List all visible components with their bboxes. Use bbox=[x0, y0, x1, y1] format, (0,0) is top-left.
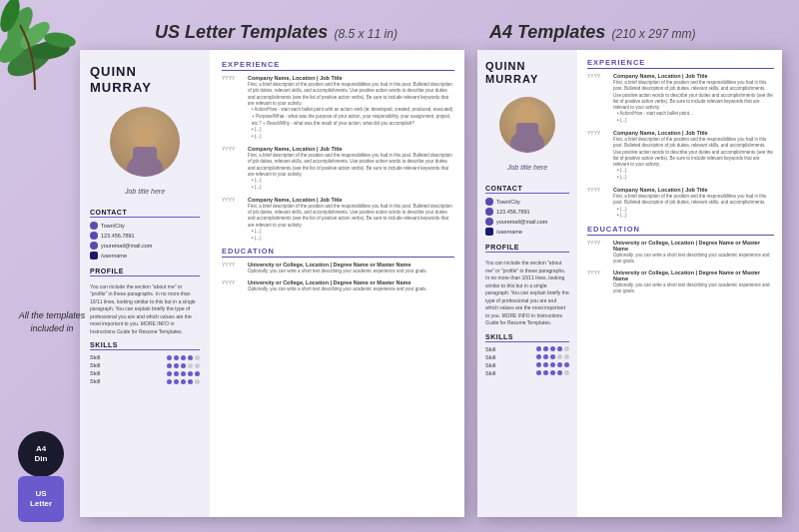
profile-section-title-left: PROFILE bbox=[90, 267, 200, 276]
contact-section-title-left: CONTACT bbox=[90, 209, 200, 218]
svg-rect-12 bbox=[516, 123, 538, 144]
contact-city-text-right: Town/City bbox=[496, 199, 520, 205]
skills-section-title-left: SKILLS bbox=[90, 341, 200, 350]
svg-point-7 bbox=[133, 125, 157, 149]
exp-entry-r2: YYYY Company Name, Location | Job Title … bbox=[587, 130, 774, 182]
experience-header-right: EXPERIENCE bbox=[587, 58, 774, 69]
contact-linkedin-text-left: /username bbox=[101, 253, 127, 259]
exp-entry-3: YYYY Company Name, Location | Job Title … bbox=[222, 197, 454, 243]
linkedin-icon-right bbox=[485, 228, 493, 236]
skill-row-r2: Skill bbox=[485, 354, 569, 360]
all-templates-label: All the templates included in bbox=[12, 309, 92, 334]
us-title: US Letter Templates (8.5 x 11 in) bbox=[155, 18, 398, 44]
contact-phone-text-left: 123.456.7891 bbox=[101, 233, 135, 239]
education-header-left: EDUCATION bbox=[222, 247, 454, 258]
contact-email-left: youremail@mail.com bbox=[90, 242, 200, 250]
main-content-right: EXPERIENCE YYYY Company Name, Location |… bbox=[577, 50, 782, 517]
contact-city-text-left: Town/City bbox=[101, 223, 125, 229]
exp-entry-r1: YYYY Company Name, Location | Job Title … bbox=[587, 73, 774, 125]
a4-title: A4 Templates (210 x 297 mm) bbox=[489, 18, 696, 44]
avatar-left bbox=[110, 107, 180, 177]
contact-section-title-right: CONTACT bbox=[485, 185, 569, 194]
location-icon-right bbox=[485, 198, 493, 206]
name-block-left: QUINN MURRAY bbox=[90, 64, 200, 95]
skills-section-title-right: SKILLS bbox=[485, 333, 569, 342]
email-icon-left bbox=[90, 242, 98, 250]
first-name-left: QUINN bbox=[90, 64, 200, 80]
avatar-right bbox=[499, 97, 555, 153]
education-header-right: EDUCATION bbox=[587, 225, 774, 236]
us-badge: USLetter bbox=[18, 476, 64, 522]
name-block-right: QUINN MURRAY bbox=[485, 60, 569, 85]
exp-entry-1: YYYY Company Name, Location | Job Title … bbox=[222, 75, 454, 141]
contact-city-left: Town/City bbox=[90, 222, 200, 230]
experience-header-left: EXPERIENCE bbox=[222, 60, 454, 71]
a4-badge: A4Din bbox=[18, 431, 64, 477]
location-icon-left bbox=[90, 222, 98, 230]
skill-row-r3: Skill bbox=[485, 362, 569, 368]
skill-row-3: Skill bbox=[90, 370, 200, 376]
exp-entry-r3: YYYY Company Name, Location | Job Title … bbox=[587, 187, 774, 220]
linkedin-icon-left bbox=[90, 252, 98, 260]
contact-phone-right: 123.456.7891 bbox=[485, 208, 569, 216]
phone-icon-left bbox=[90, 232, 98, 240]
edu-entry-r1: YYYY University or College, Location | D… bbox=[587, 240, 774, 266]
profile-section-title-right: PROFILE bbox=[485, 244, 569, 253]
edu-entry-2: YYYY University or College, Location | D… bbox=[222, 279, 454, 292]
profile-text-left: You can include the section "about me" o… bbox=[90, 283, 200, 336]
exp-entry-2: YYYY Company Name, Location | Job Title … bbox=[222, 146, 454, 192]
job-title-sidebar-left: Job title here bbox=[90, 188, 200, 195]
edu-entry-r2: YYYY University or College, Location | D… bbox=[587, 269, 774, 295]
skill-row-r1: Skill bbox=[485, 346, 569, 352]
skill-row-2: Skill bbox=[90, 362, 200, 368]
job-title-sidebar-right: Job title here bbox=[485, 164, 569, 171]
phone-icon-right bbox=[485, 208, 493, 216]
first-name-right: QUINN bbox=[485, 60, 569, 73]
contact-linkedin-text-right: /username bbox=[496, 229, 522, 235]
skill-row-4: Skill bbox=[90, 378, 200, 384]
a4-badge-text: A4Din bbox=[35, 444, 48, 465]
email-icon-right bbox=[485, 218, 493, 226]
contact-linkedin-left: /username bbox=[90, 252, 200, 260]
resume-us-letter: QUINN MURRAY Job title here CONTACT Town… bbox=[80, 50, 464, 517]
skill-row-r4: Skill bbox=[485, 370, 569, 376]
main-content-left: EXPERIENCE YYYY Company Name, Location |… bbox=[210, 50, 464, 517]
contact-email-text-left: youremail@mail.com bbox=[101, 243, 152, 249]
contact-phone-left: 123.456.7891 bbox=[90, 232, 200, 240]
svg-point-10 bbox=[516, 103, 538, 125]
contact-phone-text-right: 123.456.7891 bbox=[496, 209, 530, 215]
last-name-right: MURRAY bbox=[485, 73, 569, 85]
contact-city-right: Town/City bbox=[485, 198, 569, 206]
us-badge-text: USLetter bbox=[30, 489, 52, 510]
contact-linkedin-right: /username bbox=[485, 228, 569, 236]
contact-email-right: youremail@mail.com bbox=[485, 218, 569, 226]
resume-a4: QUINN MURRAY Job title here CONTACT Town… bbox=[477, 50, 782, 517]
edu-entry-1: YYYY University or College, Location | D… bbox=[222, 262, 454, 274]
skill-row-1: Skill bbox=[90, 354, 200, 360]
resume-sidebar-right: QUINN MURRAY Job title here CONTACT Town… bbox=[477, 50, 577, 517]
profile-text-right: You can include the section "about me" o… bbox=[485, 260, 569, 327]
svg-rect-9 bbox=[133, 147, 157, 169]
last-name-left: MURRAY bbox=[90, 80, 200, 95]
resume-sidebar-left: QUINN MURRAY Job title here CONTACT Town… bbox=[80, 50, 210, 517]
contact-email-text-right: youremail@mail.com bbox=[496, 219, 547, 225]
